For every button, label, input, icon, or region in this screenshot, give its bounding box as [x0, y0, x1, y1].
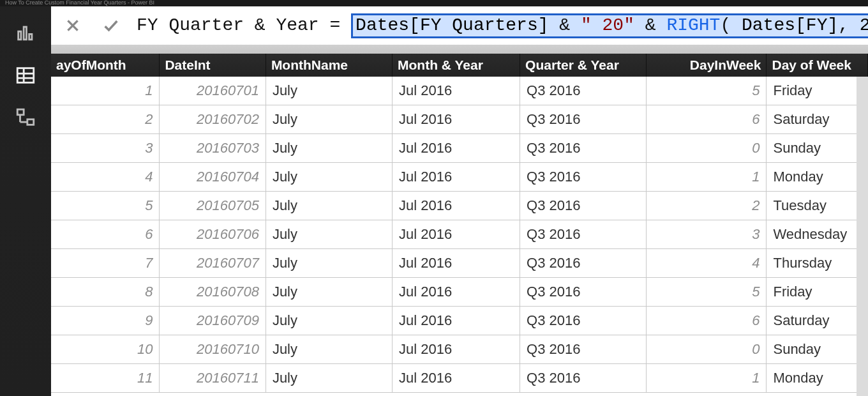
- cell-dayofweek: Wednesday: [767, 220, 868, 248]
- cell-quarteryear: Q3 2016: [520, 192, 647, 220]
- commit-formula-button[interactable]: [98, 13, 124, 38]
- table-row[interactable]: 120160701JulyJul 2016Q3 20165Friday: [51, 77, 868, 105]
- cell-quarteryear: Q3 2016: [520, 105, 647, 133]
- report-view-icon[interactable]: [11, 19, 40, 47]
- cell-dayinweek: 5: [647, 77, 767, 105]
- cell-monthyear: Jul 2016: [393, 335, 520, 363]
- cell-dateint: 20160707: [160, 249, 266, 277]
- cell-monthname: July: [266, 192, 393, 220]
- col-header-monthyear[interactable]: Month & Year: [393, 54, 520, 77]
- cell-monthyear: Jul 2016: [393, 192, 520, 220]
- vertical-scrollbar[interactable]: [857, 77, 868, 396]
- col-header-monthname[interactable]: MonthName: [266, 54, 393, 77]
- cell-monthyear: Jul 2016: [393, 105, 520, 133]
- cell-dayinweek: 0: [647, 335, 767, 363]
- cell-dateint: 20160709: [160, 307, 266, 335]
- table-row[interactable]: 1020160710JulyJul 2016Q3 20160Sunday: [51, 335, 868, 364]
- table-row[interactable]: 520160705JulyJul 2016Q3 20162Tuesday: [51, 192, 868, 220]
- cell-quarteryear: Q3 2016: [520, 278, 647, 306]
- cell-dayofweek: Sunday: [767, 335, 868, 363]
- table-row[interactable]: 720160707JulyJul 2016Q3 20164Thursday: [51, 249, 868, 278]
- table-row[interactable]: 320160703JulyJul 2016Q3 20160Sunday: [51, 134, 868, 163]
- cell-dayinweek: 1: [647, 163, 767, 191]
- cell-dayofmonth: 9: [51, 307, 160, 335]
- cell-dayofmonth: 3: [51, 134, 160, 162]
- cell-monthname: July: [266, 134, 393, 162]
- table-row[interactable]: 820160708JulyJul 2016Q3 20165Friday: [51, 278, 868, 307]
- cell-dayofmonth: 7: [51, 249, 160, 277]
- cell-dayofweek: Saturday: [767, 307, 868, 335]
- cell-monthname: July: [266, 163, 393, 191]
- formula-bar-divider: [51, 45, 868, 54]
- col-header-dayofweek[interactable]: Day of Week: [767, 54, 868, 77]
- cell-quarteryear: Q3 2016: [520, 307, 647, 335]
- col-header-dayinweek[interactable]: DayInWeek: [647, 54, 767, 77]
- cell-quarteryear: Q3 2016: [520, 249, 647, 277]
- views-sidebar: [0, 6, 51, 396]
- cell-monthname: July: [266, 220, 393, 248]
- cell-dayinweek: 4: [647, 249, 767, 277]
- cell-dayofweek: Sunday: [767, 134, 868, 162]
- table-body: 120160701JulyJul 2016Q3 20165Friday22016…: [51, 77, 868, 396]
- cell-dayofweek: Monday: [767, 364, 868, 392]
- cell-monthname: July: [266, 364, 393, 392]
- cell-monthname: July: [266, 335, 393, 363]
- cell-dayinweek: 0: [647, 134, 767, 162]
- svg-rect-2: [29, 34, 32, 40]
- col-header-dateint[interactable]: DateInt: [160, 54, 266, 77]
- cell-monthname: July: [266, 77, 393, 105]
- svg-rect-7: [17, 109, 24, 115]
- cell-dateint: 20160701: [160, 77, 266, 105]
- formula-bar[interactable]: FY Quarter & Year = Dates[FY Quarters] &…: [51, 6, 868, 45]
- table-row[interactable]: 920160709JulyJul 2016Q3 20166Saturday: [51, 307, 868, 335]
- model-view-icon[interactable]: [11, 103, 40, 132]
- window-titlebar: How To Create Custom Financial Year Quar…: [0, 0, 868, 6]
- cell-dayinweek: 6: [647, 105, 767, 133]
- cell-dayofweek: Friday: [767, 77, 868, 105]
- table-row[interactable]: 620160706JulyJul 2016Q3 20163Wednesday: [51, 220, 868, 249]
- cell-dayofmonth: 6: [51, 220, 160, 248]
- col-header-dayofmonth[interactable]: ayOfMonth: [51, 54, 160, 77]
- data-view-icon[interactable]: [11, 61, 40, 89]
- cell-dateint: 20160704: [160, 163, 266, 191]
- cell-quarteryear: Q3 2016: [520, 364, 647, 392]
- cell-monthyear: Jul 2016: [393, 364, 520, 392]
- cell-dayofmonth: 1: [51, 77, 160, 105]
- cell-monthname: July: [266, 249, 393, 277]
- cell-dayofmonth: 4: [51, 163, 160, 191]
- cell-dayofweek: Tuesday: [767, 192, 868, 220]
- cell-monthyear: Jul 2016: [393, 278, 520, 306]
- cell-dayofmonth: 11: [51, 364, 160, 392]
- svg-rect-8: [27, 119, 34, 125]
- table-row[interactable]: 420160704JulyJul 2016Q3 20161Monday: [51, 163, 868, 192]
- cell-dateint: 20160706: [160, 220, 266, 248]
- cell-dayinweek: 6: [647, 307, 767, 335]
- cell-dayofmonth: 8: [51, 278, 160, 306]
- table-row[interactable]: 1120160711JulyJul 2016Q3 20161Monday: [51, 364, 868, 393]
- svg-rect-3: [17, 68, 34, 83]
- cell-dayofweek: Monday: [767, 163, 868, 191]
- table-header: ayOfMonth DateInt MonthName Month & Year…: [51, 54, 868, 77]
- formula-measure-name: FY Quarter & Year: [137, 15, 319, 35]
- cell-monthyear: Jul 2016: [393, 134, 520, 162]
- cell-dayinweek: 3: [647, 220, 767, 248]
- col-header-quarteryear[interactable]: Quarter & Year: [520, 54, 647, 77]
- cell-monthyear: Jul 2016: [393, 77, 520, 105]
- cancel-formula-button[interactable]: [60, 13, 86, 38]
- cell-dayofmonth: 10: [51, 335, 160, 363]
- cell-dateint: 20160711: [160, 364, 266, 392]
- svg-rect-1: [24, 27, 26, 40]
- cell-dateint: 20160710: [160, 335, 266, 363]
- cell-dayinweek: 2: [647, 192, 767, 220]
- cell-dayofmonth: 2: [51, 105, 160, 133]
- cell-monthname: July: [266, 105, 393, 133]
- formula-text[interactable]: FY Quarter & Year = Dates[FY Quarters] &…: [137, 13, 868, 38]
- cell-dayofweek: Thursday: [767, 249, 868, 277]
- cell-dayinweek: 1: [647, 364, 767, 392]
- cell-dayinweek: 5: [647, 278, 767, 306]
- cell-monthyear: Jul 2016: [393, 249, 520, 277]
- svg-rect-0: [19, 31, 21, 40]
- window-title: How To Create Custom Financial Year Quar…: [5, 0, 154, 6]
- table-row[interactable]: 220160702JulyJul 2016Q3 20166Saturday: [51, 105, 868, 134]
- cell-quarteryear: Q3 2016: [520, 220, 647, 248]
